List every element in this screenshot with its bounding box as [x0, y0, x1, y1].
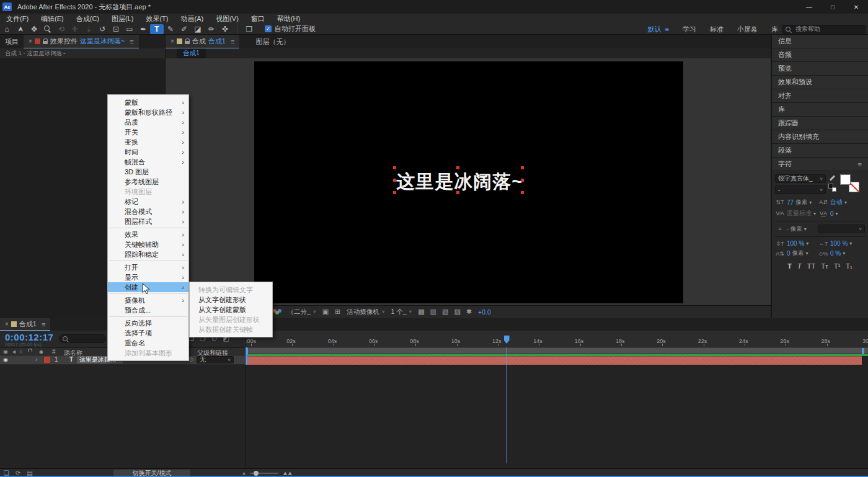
pan-behind-tool[interactable]: ⊡	[109, 24, 123, 34]
selection-handle[interactable]	[456, 166, 459, 169]
workspace-tab[interactable]: 小屏幕	[737, 25, 758, 34]
tsume-control[interactable]: ◇% 0 % ▾	[818, 250, 859, 257]
view-camera-select[interactable]: 活动摄像机˅	[347, 308, 384, 316]
selection-handle[interactable]	[393, 191, 396, 194]
rectangle-tool[interactable]: ▭	[123, 24, 136, 34]
show-channels-icon[interactable]	[273, 309, 281, 315]
context-menu-item[interactable]: 反向选择	[108, 318, 188, 328]
selection-tool[interactable]: ➤	[14, 24, 27, 34]
panel-header[interactable]: 信息	[772, 35, 868, 48]
pen-tool[interactable]: ✒	[136, 24, 150, 34]
subscript-button[interactable]: T₁	[846, 262, 852, 270]
composition-viewer[interactable]: 这里是冰阔落~	[166, 58, 771, 305]
superscript-button[interactable]: T¹	[834, 262, 840, 270]
context-menu-item[interactable]: 摄像机›	[108, 295, 188, 305]
baseline-shift-control[interactable]: A⇅ 0 像素 ▾	[775, 249, 816, 257]
menu-item[interactable]: 帮助(H)	[271, 14, 306, 24]
menu-item[interactable]: 窗口	[245, 14, 271, 24]
vertical-scale-control[interactable]: ⇕T 100 % ▾	[775, 240, 816, 247]
workspace-tab[interactable]: 学习	[683, 25, 696, 34]
tab-effect-controls[interactable]: × 效果控件 这里是冰阔落~ ≡	[24, 35, 139, 48]
brush-tool[interactable]: ✎	[164, 24, 177, 34]
panel-header[interactable]: 内容识别填充	[772, 130, 868, 144]
exposure-value[interactable]: +0.0	[478, 308, 491, 316]
panel-menu-icon[interactable]: ≡	[231, 38, 234, 45]
font-size-control[interactable]: ⇅T 77 像素 ▾	[775, 198, 816, 207]
orbit-camera-tool[interactable]: ⟲	[55, 24, 68, 34]
all-caps-button[interactable]: TT	[807, 262, 815, 270]
menu-item[interactable]: 合成(C)	[70, 14, 105, 24]
parent-select[interactable]: 无˅	[197, 356, 234, 363]
tab-layer-viewer[interactable]: 图层（无）	[250, 35, 294, 48]
zoom-slider-knob[interactable]	[254, 471, 259, 476]
layer-duration-bar[interactable]	[246, 356, 862, 365]
close-icon[interactable]: ×	[29, 38, 32, 45]
more-workspaces-icon[interactable]: »	[773, 25, 776, 33]
parent-pickwhip-icon[interactable]: ◎	[188, 356, 193, 362]
minimize-button[interactable]: —	[797, 0, 821, 14]
clone-stamp-tool[interactable]: ✐	[177, 24, 191, 34]
font-family-select[interactable]: 锐字真言体_˅	[775, 174, 826, 183]
search-help-box[interactable]: 搜索帮助	[782, 25, 866, 33]
roto-brush-tool[interactable]: ✏	[205, 24, 218, 34]
context-menu-item[interactable]: 关键帧辅助›	[108, 239, 188, 249]
context-menu-item[interactable]: 时间›	[108, 147, 188, 157]
menu-item[interactable]: 视图(V)	[210, 14, 245, 24]
close-icon[interactable]: ×	[5, 321, 9, 328]
context-menu-item[interactable]: 环境图层	[108, 187, 188, 197]
workspace-tab[interactable]: 默认	[648, 25, 669, 34]
tracking-control[interactable]: V͟A 0 ▾	[818, 210, 859, 217]
context-menu-item[interactable]: 蒙版和形状路径›	[108, 107, 188, 117]
context-menu-item[interactable]: 图层样式›	[108, 216, 188, 226]
tab-composition[interactable]: × 合成 合成1 ≡	[166, 35, 239, 48]
context-menu-item[interactable]: 开关›	[108, 127, 188, 137]
rotation-tool[interactable]: ↺	[95, 24, 109, 34]
text-layer[interactable]: 这里是冰阔落~	[396, 169, 524, 194]
default-fill-stroke-icon[interactable]	[828, 184, 836, 192]
selection-handle[interactable]	[456, 191, 459, 194]
panel-header[interactable]: 效果和预设	[772, 76, 868, 89]
view-layout-select[interactable]: 1 个_˅	[391, 308, 412, 316]
lock-icon[interactable]	[185, 41, 190, 44]
work-area-bar[interactable]	[246, 347, 868, 354]
fill-color-swatch[interactable]	[840, 174, 851, 185]
context-menu-item[interactable]: 变换›	[108, 137, 188, 147]
panel-toggle-icon[interactable]: ❒	[242, 24, 256, 34]
close-icon[interactable]: ×	[170, 38, 174, 45]
context-menu-item[interactable]: 参考线图层	[108, 177, 188, 187]
selection-handle[interactable]	[393, 166, 396, 169]
menu-item[interactable]: 效果(T)	[140, 14, 174, 24]
context-menu-item[interactable]: 3D 图层	[108, 167, 188, 177]
faux-bold-button[interactable]: T	[787, 262, 792, 270]
resolution-select[interactable]: （二分_˅	[288, 308, 316, 316]
submenu-item[interactable]: 从数据创建关键帧	[190, 324, 272, 334]
submenu-item[interactable]: 从矢量图层创建形状	[190, 314, 272, 324]
zoom-slider[interactable]	[250, 473, 278, 474]
current-timecode[interactable]: 0:00:12:17	[5, 332, 53, 342]
layer-color-swatch[interactable]	[44, 357, 50, 363]
composition-frame[interactable]: 这里是冰阔落~	[254, 61, 683, 303]
context-menu-item[interactable]: 品质›	[108, 117, 188, 127]
panel-header[interactable]: 跟踪器	[772, 117, 868, 130]
timeline-ruler[interactable]: :00s02s04s06s08s10s12s14s16s18s20s22s24s…	[246, 331, 868, 347]
lock-icon[interactable]	[43, 41, 48, 44]
selection-handle[interactable]	[521, 166, 524, 169]
dolly-camera-tool[interactable]: ⇣	[82, 24, 95, 34]
home-tool[interactable]: ⌂	[0, 24, 14, 34]
menu-item[interactable]: 动画(A)	[175, 14, 210, 24]
zoom-tool[interactable]	[41, 24, 55, 34]
kerning-control[interactable]: V∕A 度量标准 ▾	[775, 209, 816, 218]
layer-expander-icon[interactable]: ›	[35, 356, 37, 363]
context-menu-item[interactable]: 预合成...	[108, 305, 188, 315]
panel-header[interactable]: 对齐	[772, 89, 868, 103]
close-button[interactable]: ✕	[844, 0, 868, 14]
timeline-tab[interactable]: × 合成1 ≡	[0, 318, 50, 331]
context-menu-item[interactable]: 添加到基本图形	[108, 348, 188, 358]
context-menu-item[interactable]: 打开›	[108, 262, 188, 272]
context-menu-item[interactable]: 显示›	[108, 272, 188, 282]
puppet-pin-tool[interactable]: ✜	[218, 24, 232, 34]
panel-header[interactable]: 预览	[772, 62, 868, 76]
context-menu-item[interactable]: 重命名	[108, 338, 188, 348]
zoom-out-icon[interactable]: ▲	[242, 471, 246, 475]
menu-item[interactable]: 文件(F)	[0, 14, 35, 24]
